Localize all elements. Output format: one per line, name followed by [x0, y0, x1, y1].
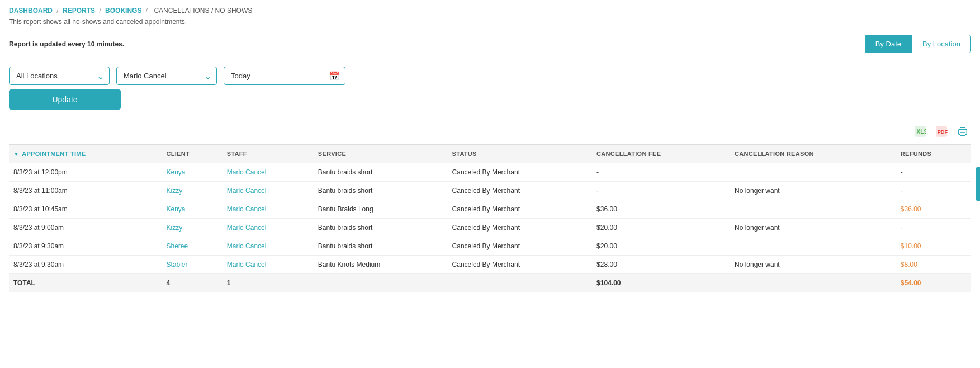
cell-status: Canceled By Merchant [448, 182, 593, 200]
cell-refunds: - [896, 163, 971, 182]
cell-refunds: - [896, 182, 971, 200]
cell-cancellation-fee: - [592, 163, 730, 182]
cell-status: Canceled By Merchant [448, 237, 593, 256]
cell-cancellation-reason [730, 163, 896, 182]
table-row: 8/3/23 at 11:00am Kizzy Marlo Cancel Ban… [9, 182, 971, 200]
cell-client[interactable]: Kenya [162, 163, 222, 182]
cell-staff[interactable]: Marlo Cancel [222, 163, 314, 182]
cell-client[interactable]: Kizzy [162, 219, 222, 237]
date-input-wrapper: Today 📅 [224, 67, 345, 85]
breadcrumb-dashboard[interactable]: DASHBOARD [9, 7, 53, 15]
cell-service: Bantu Braids Long [314, 200, 448, 219]
export-toolbar: XLS PDF [0, 119, 980, 144]
svg-text:PDF: PDF [938, 129, 948, 135]
date-input[interactable]: Today [224, 67, 345, 85]
col-service[interactable]: SERVICE [314, 145, 448, 163]
report-update-text: Report is updated every 10 minutes. [9, 40, 124, 48]
cell-appointment-time: 8/3/23 at 9:30am [9, 256, 162, 274]
cell-service: Bantu braids short [314, 182, 448, 200]
cell-cancellation-fee: - [592, 182, 730, 200]
excel-export-icon[interactable]: XLS [912, 123, 929, 140]
breadcrumb-sep-1: / [56, 7, 60, 15]
cell-appointment-time: 8/3/23 at 9:30am [9, 237, 162, 256]
cancellations-table: ▼ APPOINTMENT TIME CLIENT STAFF SERVICE … [9, 144, 971, 292]
table-total-row: TOTAL 4 1 $104.00 $54.00 [9, 274, 971, 292]
table-row: 8/3/23 at 9:30am Sheree Marlo Cancel Ban… [9, 237, 971, 256]
cell-refunds: $36.00 [896, 200, 971, 219]
breadcrumb-sep-2: / [99, 7, 103, 15]
total-label: TOTAL [9, 274, 162, 292]
cell-client[interactable]: Stabler [162, 256, 222, 274]
breadcrumb-bookings[interactable]: BOOKINGS [105, 7, 141, 15]
data-table-container: ▼ APPOINTMENT TIME CLIENT STAFF SERVICE … [0, 144, 980, 292]
breadcrumb-current: CANCELLATIONS / NO SHOWS [154, 7, 252, 15]
total-staff: 1 [222, 274, 314, 292]
scroll-indicator [976, 167, 980, 201]
cell-appointment-time: 8/3/23 at 12:00pm [9, 163, 162, 182]
col-staff[interactable]: STAFF [222, 145, 314, 163]
col-cancellation-reason[interactable]: CANCELLATION REASON [730, 145, 896, 163]
cell-service: Bantu Knots Medium [314, 256, 448, 274]
table-row: 8/3/23 at 9:00am Kizzy Marlo Cancel Bant… [9, 219, 971, 237]
cell-staff[interactable]: Marlo Cancel [222, 200, 314, 219]
cell-appointment-time: 8/3/23 at 10:45am [9, 200, 162, 219]
cell-appointment-time: 8/3/23 at 9:00am [9, 219, 162, 237]
cell-cancellation-fee: $28.00 [592, 256, 730, 274]
cell-staff[interactable]: Marlo Cancel [222, 219, 314, 237]
cell-staff[interactable]: Marlo Cancel [222, 256, 314, 274]
breadcrumb-sep-3: / [146, 7, 150, 15]
svg-text:XLS: XLS [917, 129, 926, 135]
svg-point-7 [965, 131, 966, 132]
cell-client[interactable]: Kizzy [162, 182, 222, 200]
cell-cancellation-reason: No longer want [730, 182, 896, 200]
cell-status: Canceled By Merchant [448, 200, 593, 219]
page-subtitle: This report shows all no-shows and cance… [0, 17, 980, 30]
cell-service: Bantu braids short [314, 163, 448, 182]
cell-status: Canceled By Merchant [448, 219, 593, 237]
location-select-wrapper: All Locations ⌄ [9, 67, 110, 85]
cell-cancellation-reason: No longer want [730, 219, 896, 237]
cell-cancellation-reason: No longer want [730, 256, 896, 274]
cell-appointment-time: 8/3/23 at 11:00am [9, 182, 162, 200]
table-row: 8/3/23 at 10:45am Kenya Marlo Cancel Ban… [9, 200, 971, 219]
cell-refunds: $8.00 [896, 256, 971, 274]
sort-arrow-icon: ▼ [13, 151, 19, 157]
cell-client[interactable]: Kenya [162, 200, 222, 219]
cell-status: Canceled By Merchant [448, 163, 593, 182]
top-bar: Report is updated every 10 minutes. By D… [0, 30, 980, 58]
cell-staff[interactable]: Marlo Cancel [222, 182, 314, 200]
view-toggle: By Date By Location [865, 35, 971, 53]
total-cancellation-fee: $104.00 [592, 274, 730, 292]
breadcrumb: DASHBOARD / REPORTS / BOOKINGS / CANCELL… [0, 0, 980, 17]
total-clients: 4 [162, 274, 222, 292]
total-refunds: $54.00 [896, 274, 971, 292]
by-date-button[interactable]: By Date [865, 35, 912, 53]
cell-service: Bantu braids short [314, 219, 448, 237]
pdf-export-icon[interactable]: PDF [933, 123, 950, 140]
cell-cancellation-reason [730, 200, 896, 219]
col-appointment-time[interactable]: ▼ APPOINTMENT TIME [9, 145, 162, 163]
table-row: 8/3/23 at 12:00pm Kenya Marlo Cancel Ban… [9, 163, 971, 182]
breadcrumb-reports[interactable]: REPORTS [63, 7, 95, 15]
table-header-row: ▼ APPOINTMENT TIME CLIENT STAFF SERVICE … [9, 145, 971, 163]
cell-status: Canceled By Merchant [448, 256, 593, 274]
cell-cancellation-fee: $20.00 [592, 237, 730, 256]
col-refunds[interactable]: REFUNDS [896, 145, 971, 163]
col-client[interactable]: CLIENT [162, 145, 222, 163]
col-status[interactable]: STATUS [448, 145, 593, 163]
cell-service: Bantu braids short [314, 237, 448, 256]
cell-cancellation-fee: $20.00 [592, 219, 730, 237]
col-cancellation-fee[interactable]: CANCELLATION FEE [592, 145, 730, 163]
cell-staff[interactable]: Marlo Cancel [222, 237, 314, 256]
cell-client[interactable]: Sheree [162, 237, 222, 256]
cell-refunds: - [896, 219, 971, 237]
cell-cancellation-fee: $36.00 [592, 200, 730, 219]
cell-cancellation-reason [730, 237, 896, 256]
location-select[interactable]: All Locations [9, 67, 110, 85]
staff-select[interactable]: Marlo Cancel [116, 67, 217, 85]
by-location-button[interactable]: By Location [912, 35, 971, 53]
print-icon[interactable] [954, 123, 971, 140]
svg-rect-5 [960, 133, 965, 136]
update-button[interactable]: Update [9, 89, 121, 110]
staff-select-wrapper: Marlo Cancel ⌄ [116, 67, 217, 85]
